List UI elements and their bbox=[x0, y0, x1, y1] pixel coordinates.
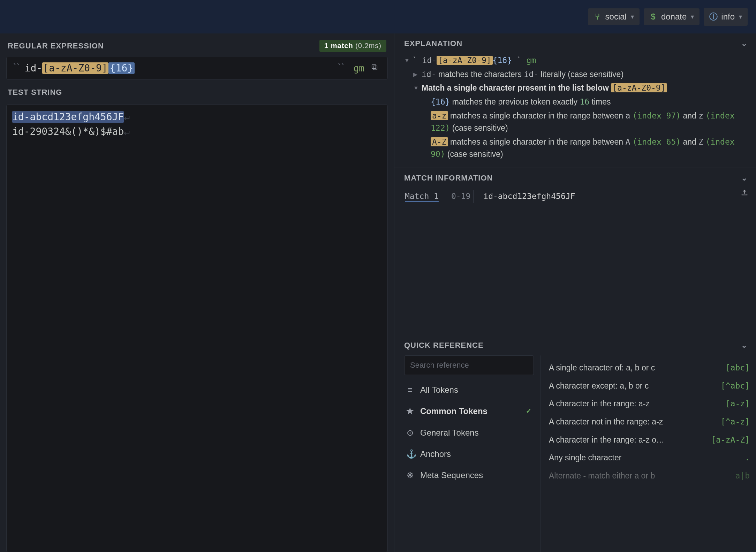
chevron-down-icon: ▾ bbox=[691, 13, 694, 21]
match-name: Match 1 bbox=[405, 190, 439, 203]
donate-label: donate bbox=[661, 12, 687, 22]
match-info-panel: MATCH INFORMATION ⌄ Match 1 0-19 id-abcd… bbox=[394, 168, 756, 335]
tree-toggle[interactable]: ▼ bbox=[413, 84, 419, 93]
ref-item-pattern: a|b bbox=[735, 470, 750, 482]
regex-header: REGULAR EXPRESSION 1 match (0.2ms) bbox=[6, 36, 388, 57]
ref-item-desc: A character not in the range: a-z bbox=[549, 416, 663, 428]
dollar-icon: $ bbox=[649, 12, 657, 22]
chevron-down-icon: ▾ bbox=[631, 13, 634, 21]
donate-dropdown[interactable]: $ donate ▾ bbox=[644, 8, 700, 25]
quick-reference-header[interactable]: QUICK REFERENCE ⌄ bbox=[394, 335, 756, 355]
ref-item[interactable]: A single character of: a, b or c[abc] bbox=[549, 359, 750, 377]
regex-input[interactable]: `` id-[a-zA-Z0-9]{16} `` gm bbox=[6, 57, 388, 79]
ref-category[interactable]: ⚓Anchors bbox=[404, 443, 534, 465]
ref-item[interactable]: A character except: a, b or c[^abc] bbox=[549, 377, 750, 395]
ref-item-desc: A character except: a, b or c bbox=[549, 380, 649, 392]
social-dropdown[interactable]: ⑂ social ▾ bbox=[588, 8, 640, 25]
chevron-down-icon: ⌄ bbox=[741, 39, 748, 48]
category-icon: ⊙ bbox=[406, 426, 414, 439]
category-label: All Tokens bbox=[420, 383, 458, 396]
test-line-2: id-290324&()*&)$#ab↵ bbox=[12, 124, 382, 139]
reference-search-input[interactable] bbox=[404, 355, 534, 375]
ref-item[interactable]: Alternate - match either a or ba|b bbox=[549, 467, 750, 485]
category-label: Anchors bbox=[420, 447, 451, 460]
match-range: 0-19 bbox=[448, 190, 474, 203]
ref-item-desc: Alternate - match either a or b bbox=[549, 470, 655, 482]
ref-item-pattern: . bbox=[745, 452, 750, 464]
ref-item[interactable]: A character in the range: a-z o…[a-zA-Z] bbox=[549, 431, 750, 449]
ref-item[interactable]: A character in the range: a-z[a-z] bbox=[549, 395, 750, 413]
social-label: social bbox=[605, 12, 627, 22]
ref-item-desc: Any single character bbox=[549, 452, 621, 464]
info-icon: ⓘ bbox=[709, 11, 717, 22]
category-label: Meta Sequences bbox=[420, 469, 483, 482]
chevron-down-icon: ▾ bbox=[739, 13, 742, 21]
ref-category[interactable]: ❋Meta Sequences bbox=[404, 465, 534, 486]
check-icon: ✓ bbox=[526, 406, 532, 416]
category-icon: ≡ bbox=[406, 383, 414, 396]
test-line-1: id-abcd123efgh456JF↵ bbox=[12, 110, 382, 124]
category-label: Common Tokens bbox=[420, 405, 487, 417]
category-label: General Tokens bbox=[420, 426, 479, 439]
svg-rect-1 bbox=[372, 65, 376, 69]
match-text: id-abcd123efgh456JF bbox=[483, 190, 575, 203]
delimiter-close: `` bbox=[337, 62, 347, 74]
category-icon: ⚓ bbox=[406, 447, 414, 460]
copy-icon bbox=[371, 63, 378, 71]
match-info-header[interactable]: MATCH INFORMATION ⌄ bbox=[394, 168, 756, 188]
topbar: ⑂ social ▾ $ donate ▾ ⓘ info ▾ bbox=[0, 0, 756, 33]
quick-reference-panel: QUICK REFERENCE ⌄ ≡All Tokens★Common Tok… bbox=[394, 335, 756, 552]
match-row[interactable]: Match 1 0-19 id-abcd123efgh456JF bbox=[404, 188, 748, 205]
explanation-panel: EXPLANATION ⌄ ▼ ` id-[a-zA-Z0-9]{16} ` g… bbox=[394, 33, 756, 168]
delimiter-open: `` bbox=[12, 62, 22, 74]
ref-item-desc: A character in the range: a-z bbox=[549, 398, 650, 410]
regex-title: REGULAR EXPRESSION bbox=[8, 41, 104, 51]
ref-item-pattern: [a-zA-Z] bbox=[711, 434, 750, 446]
export-button[interactable] bbox=[741, 188, 748, 200]
ref-category[interactable]: ≡All Tokens bbox=[404, 379, 534, 400]
match-count-badge: 1 match (0.2ms) bbox=[319, 40, 386, 52]
chevron-down-icon: ⌄ bbox=[741, 174, 748, 183]
test-string-title: TEST STRING bbox=[8, 88, 62, 97]
copy-button[interactable] bbox=[367, 61, 382, 75]
info-label: info bbox=[721, 12, 735, 22]
ref-category[interactable]: ★Common Tokens✓ bbox=[404, 400, 534, 422]
regex-pattern[interactable]: id-[a-zA-Z0-9]{16} bbox=[25, 62, 334, 74]
ref-item-pattern: [^abc] bbox=[721, 380, 750, 392]
ref-item-pattern: [^a-z] bbox=[721, 416, 750, 428]
tree-toggle[interactable]: ▼ bbox=[404, 56, 410, 65]
explanation-header[interactable]: EXPLANATION ⌄ bbox=[394, 33, 756, 54]
info-dropdown[interactable]: ⓘ info ▾ bbox=[704, 8, 748, 26]
ref-item-pattern: [a-z] bbox=[726, 398, 750, 410]
test-string-header: TEST STRING bbox=[6, 84, 388, 102]
ref-item-pattern: [abc] bbox=[726, 362, 750, 374]
ref-item[interactable]: Any single character. bbox=[549, 449, 750, 467]
ref-category[interactable]: ⊙General Tokens bbox=[404, 422, 534, 443]
svg-rect-0 bbox=[373, 66, 377, 70]
ref-item-desc: A single character of: a, b or c bbox=[549, 362, 655, 374]
export-icon bbox=[741, 189, 748, 197]
ref-item[interactable]: A character not in the range: a-z[^a-z] bbox=[549, 413, 750, 431]
category-icon: ❋ bbox=[406, 469, 414, 482]
flags-selector[interactable]: gm bbox=[354, 63, 364, 74]
branch-icon: ⑂ bbox=[594, 12, 601, 22]
ref-item-desc: A character in the range: a-z o… bbox=[549, 434, 664, 446]
chevron-down-icon: ⌄ bbox=[741, 341, 748, 350]
tree-toggle[interactable]: ▶ bbox=[413, 70, 419, 79]
test-string-input[interactable]: id-abcd123efgh456JF↵ id-290324&()*&)$#ab… bbox=[6, 105, 388, 552]
category-icon: ★ bbox=[406, 405, 414, 417]
